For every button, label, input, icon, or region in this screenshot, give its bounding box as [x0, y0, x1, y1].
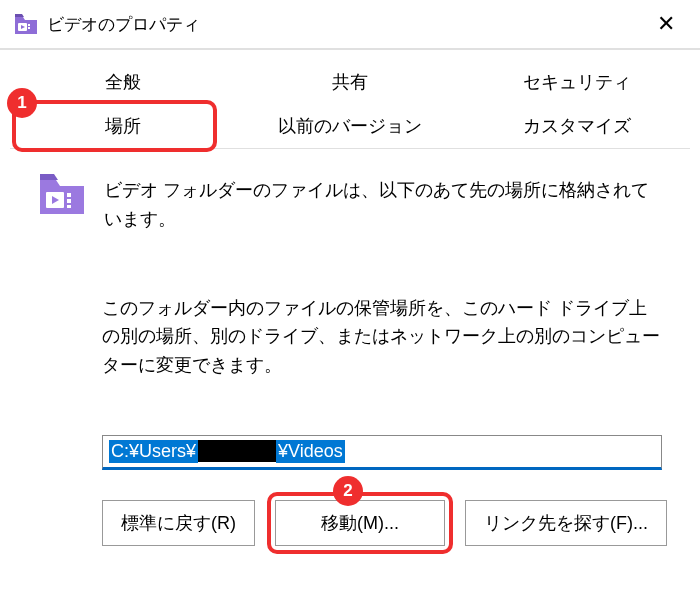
window-title: ビデオのプロパティ: [47, 13, 200, 36]
tab-customize[interactable]: カスタマイズ: [463, 104, 690, 148]
svg-rect-2: [28, 24, 30, 26]
titlebar-left: ビデオのプロパティ: [15, 13, 200, 36]
tab-security[interactable]: セキュリティ: [463, 60, 690, 104]
tabs: 全般 共有 セキュリティ 場所 以前のバージョン カスタマイズ 1: [0, 50, 700, 149]
content-area: ビデオ フォルダーのファイルは、以下のあて先の場所に格納されています。 このフォ…: [0, 149, 700, 546]
tabs-row-1: 全般 共有 セキュリティ: [10, 60, 690, 104]
svg-rect-6: [67, 193, 71, 197]
video-folder-large-icon: [40, 174, 84, 214]
close-icon[interactable]: ✕: [647, 11, 685, 37]
titlebar: ビデオのプロパティ ✕: [0, 0, 700, 48]
video-folder-icon: [15, 14, 37, 34]
location-path-input[interactable]: C:¥Users¥¥Videos: [102, 435, 662, 470]
tab-previous-versions[interactable]: 以前のバージョン: [237, 104, 464, 148]
svg-rect-8: [67, 205, 71, 208]
path-segment-suffix: ¥Videos: [276, 440, 345, 463]
svg-rect-3: [28, 27, 30, 29]
svg-rect-7: [67, 199, 71, 203]
move-button[interactable]: 移動(M)...: [275, 500, 445, 546]
path-segment-prefix: C:¥Users¥: [109, 440, 198, 463]
description-text-2: このフォルダー内のファイルの保管場所を、このハード ドライブ上の別の場所、別のド…: [40, 294, 660, 380]
buttons-row: 標準に戻す(R) 移動(M)... 2 リンク先を探す(F)...: [102, 500, 660, 546]
find-target-button[interactable]: リンク先を探す(F)...: [465, 500, 667, 546]
restore-default-button[interactable]: 標準に戻す(R): [102, 500, 255, 546]
description-row-1: ビデオ フォルダーのファイルは、以下のあて先の場所に格納されています。: [40, 174, 660, 234]
tab-location[interactable]: 場所: [10, 104, 237, 148]
tab-sharing[interactable]: 共有: [237, 60, 464, 104]
move-button-wrapper: 移動(M)... 2: [275, 500, 445, 546]
tabs-row-2: 場所 以前のバージョン カスタマイズ 1: [10, 104, 690, 149]
tab-general[interactable]: 全般: [10, 60, 237, 104]
description-text-1: ビデオ フォルダーのファイルは、以下のあて先の場所に格納されています。: [104, 174, 660, 234]
path-input-wrapper: C:¥Users¥¥Videos: [102, 435, 660, 470]
path-segment-redacted: [198, 440, 276, 462]
